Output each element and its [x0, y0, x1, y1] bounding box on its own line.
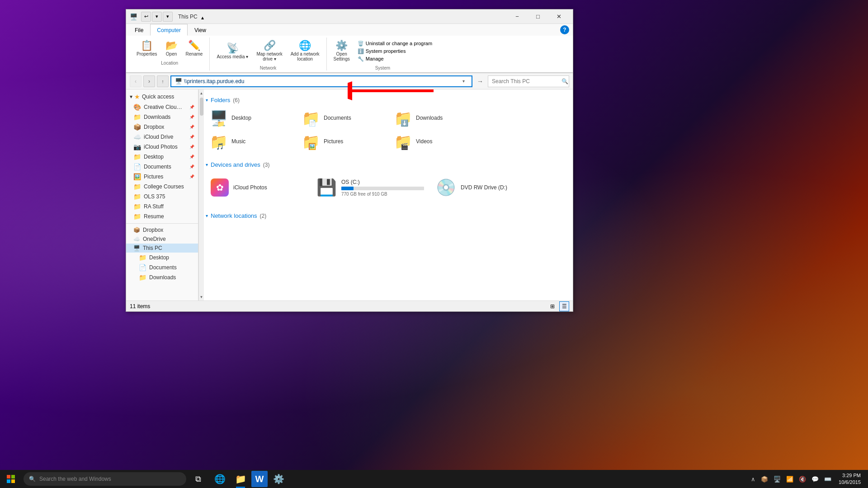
drive-bar-fill: [341, 187, 354, 190]
ribbon-group-location: 📋 Properties 📂 Open ✏️ Rename Location: [130, 38, 210, 70]
folder-documents[interactable]: 📁 📄 Documents: [298, 107, 388, 129]
search-bar[interactable]: 🔍: [488, 75, 569, 87]
close-button[interactable]: ✕: [548, 9, 569, 24]
sidebar-label-pictures: Pictures: [144, 174, 163, 180]
action-center-icon[interactable]: 💬: [810, 476, 821, 483]
sidebar-item-this-pc[interactable]: 🖥️ This PC: [126, 244, 198, 253]
network-collapse-arrow: ▾: [206, 213, 208, 218]
os-drive-space: 770 GB free of 910 GB: [341, 192, 424, 197]
sidebar-item-documents-sub[interactable]: 📄 Documents: [126, 263, 198, 272]
drives-count: (3): [263, 162, 270, 168]
search-input[interactable]: [492, 78, 560, 84]
uninstall-button[interactable]: 🗑️ Uninstall or change a program: [355, 40, 435, 47]
rename-button[interactable]: ✏️ Rename: [183, 38, 206, 59]
go-button[interactable]: →: [474, 75, 486, 87]
start-button[interactable]: [0, 470, 22, 488]
sidebar-item-resume[interactable]: 📁 Resume: [126, 211, 198, 221]
volume-icon[interactable]: 🔇: [797, 476, 808, 483]
sidebar-item-college-courses[interactable]: 📁 College Courses: [126, 182, 198, 192]
uninstall-icon: 🗑️: [358, 41, 364, 47]
sidebar-item-dropbox[interactable]: 📦 Dropbox 📌: [126, 122, 198, 132]
sidebar-item-dropbox-app[interactable]: 📦 Dropbox: [126, 225, 198, 235]
folders-section-header[interactable]: ▾ Folders (6): [206, 93, 566, 105]
address-input[interactable]: [184, 78, 457, 84]
task-view-button[interactable]: ⧉: [188, 470, 208, 488]
network-count: (2): [260, 213, 267, 219]
sidebar-scrollbar: ▲ ▼: [198, 89, 204, 300]
drive-os-c[interactable]: 💾 OS (C:) 770 GB free of 910 GB: [311, 172, 429, 203]
navigation-bar: ‹ › ↑ 🖥️ ▾ → 🔍: [126, 73, 573, 89]
qbtn-customize[interactable]: ▾: [163, 12, 173, 22]
keyboard-icon[interactable]: ⌨️: [822, 476, 833, 483]
scroll-up-arrow[interactable]: ▲: [199, 89, 204, 97]
map-network-button[interactable]: 🔗 Map networkdrive ▾: [253, 38, 285, 64]
wifi-icon[interactable]: 📶: [784, 476, 795, 483]
open-button[interactable]: 📂 Open: [162, 38, 181, 59]
system-props-button[interactable]: ℹ️ System properties: [355, 48, 435, 55]
minimize-button[interactable]: −: [507, 9, 528, 24]
sidebar-item-creative-cloud[interactable]: 🎨 Creative Clou… 📌: [126, 102, 198, 112]
taskbar-file-explorer[interactable]: 📁: [231, 470, 250, 488]
videos-folder-icon: 📁 🎬: [394, 133, 412, 150]
sidebar-item-downloads[interactable]: 📁 Downloads 📌: [126, 112, 198, 122]
drive-icloud-photos[interactable]: ✿ iCloud Photos: [206, 172, 310, 203]
sidebar-item-ols375[interactable]: 📁 OLS 375: [126, 192, 198, 202]
back-button[interactable]: ‹: [130, 75, 142, 87]
up-button[interactable]: ↑: [157, 75, 169, 87]
documents-folder-icon: 📁 📄: [302, 109, 320, 127]
taskbar-app5[interactable]: ⚙️: [269, 470, 288, 488]
taskbar-word[interactable]: W: [251, 471, 268, 487]
folder-downloads[interactable]: 📁 ⬇️ Downloads: [390, 107, 481, 129]
maximize-button[interactable]: □: [528, 9, 548, 24]
sidebar-item-ra-stuff[interactable]: 📁 RA Stuff: [126, 202, 198, 211]
folder-desktop[interactable]: 🖥️ 📁 Desktop: [206, 107, 296, 129]
add-network-button[interactable]: 🌐 Add a networklocation: [288, 38, 323, 64]
sidebar-item-icloud-drive[interactable]: ☁️ iCloud Drive 📌: [126, 132, 198, 142]
map-network-icon: 🔗: [264, 41, 276, 51]
tab-file[interactable]: File: [128, 25, 150, 36]
sidebar-item-desktop-sub[interactable]: 📁 Desktop: [126, 253, 198, 263]
scroll-down-arrow[interactable]: ▼: [199, 293, 204, 300]
qbtn-back[interactable]: ↩: [141, 12, 151, 22]
address-bar[interactable]: 🖥️ ▾: [170, 75, 472, 87]
manage-button[interactable]: 🔧 Manage: [355, 56, 435, 62]
drives-section-header[interactable]: ▾ Devices and drives (3): [206, 158, 566, 170]
tab-computer[interactable]: Computer: [150, 24, 188, 36]
list-view-button[interactable]: ☰: [559, 301, 569, 311]
folder-pictures[interactable]: 📁 🖼️ Pictures: [298, 131, 388, 152]
taskbar-monitor-icon[interactable]: 🖥️: [772, 476, 783, 483]
network-buttons: 📡 Access media ▾ 🔗 Map networkdrive ▾ 🌐 …: [213, 38, 322, 65]
address-dropdown[interactable]: ▾: [459, 76, 468, 87]
taskbar-dropbox-icon[interactable]: 📦: [759, 476, 770, 483]
help-button[interactable]: ?: [560, 25, 569, 34]
taskbar-chrome[interactable]: 🌐: [210, 470, 230, 488]
pictures-folder-icon: 📁 🖼️: [302, 133, 320, 150]
drives-collapse-arrow: ▾: [206, 162, 208, 167]
drive-dvd[interactable]: 💿 DVD RW Drive (D:): [431, 172, 535, 203]
qbtn-down[interactable]: ▾: [152, 12, 162, 22]
address-folder-icon: 🖥️: [175, 78, 182, 84]
folder-music[interactable]: 📁 🎵 Music: [206, 131, 296, 152]
sidebar-item-downloads-sub[interactable]: 📁 Downloads: [126, 272, 198, 282]
taskbar-search-bar[interactable]: 🔍 Search the web and Windows: [24, 472, 186, 486]
dropbox-folder-icon: 📦: [133, 123, 141, 131]
access-media-button[interactable]: 📡 Access media ▾: [213, 41, 251, 61]
sidebar-item-pictures[interactable]: 🖼️ Pictures 📌: [126, 172, 198, 182]
taskbar-clock[interactable]: 3:29 PM 10/6/2015: [835, 472, 864, 486]
ribbon-collapse[interactable]: ▴: [201, 13, 204, 21]
sidebar-item-desktop[interactable]: 📁 Desktop 📌: [126, 152, 198, 162]
tab-view[interactable]: View: [188, 25, 213, 36]
folder-videos[interactable]: 📁 🎬 Videos: [390, 131, 481, 152]
large-icons-view-button[interactable]: ⊞: [547, 301, 557, 311]
scroll-thumb[interactable]: [200, 98, 203, 116]
location-buttons: 📋 Properties 📂 Open ✏️ Rename: [133, 38, 206, 60]
sidebar-item-onedrive[interactable]: ☁️ OneDrive: [126, 235, 198, 244]
taskbar-chevron[interactable]: ∧: [749, 476, 757, 483]
sidebar-item-icloud-photos[interactable]: 📷 iCloud Photos 📌: [126, 142, 198, 152]
network-section-header[interactable]: ▾ Network locations (2): [206, 209, 566, 221]
sidebar-item-documents[interactable]: 📄 Documents 📌: [126, 162, 198, 172]
sidebar-quick-access-header[interactable]: ▾ ★ Quick access: [126, 91, 198, 102]
open-settings-button[interactable]: ⚙️ OpenSettings: [330, 38, 353, 64]
forward-button[interactable]: ›: [143, 75, 155, 87]
properties-button[interactable]: 📋 Properties: [133, 38, 160, 59]
